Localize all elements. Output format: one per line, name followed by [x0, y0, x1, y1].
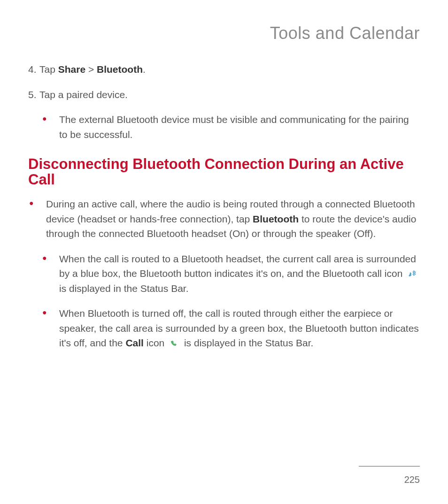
call-label: Call [125, 337, 144, 348]
text: Tap [39, 64, 58, 75]
share-label: Share [58, 64, 85, 75]
step-number: 4. [28, 62, 39, 77]
bluetooth-call-icon [407, 270, 417, 278]
text: is displayed in the Status Bar. [184, 337, 314, 348]
text: When the call is routed to a Bluetooth h… [59, 253, 416, 279]
text: > [85, 64, 97, 75]
section-heading: Disconnecting Bluetooth Connection Durin… [28, 157, 420, 187]
step-5: 5. Tap a paired device. [28, 87, 420, 102]
list-item: ● During an active call, where the audio… [28, 197, 420, 241]
list-item: ● The external Bluetooth device must be … [41, 112, 420, 142]
step-body: Tap Share > Bluetooth. [39, 62, 420, 77]
manual-page: Tools and Calendar 4. Tap Share > Blueto… [0, 0, 448, 504]
list-item: ● When Bluetooth is turned off, the call… [41, 306, 420, 351]
bullet-text: When Bluetooth is turned off, the call i… [59, 306, 420, 351]
page-header: Tools and Calendar [28, 23, 420, 43]
page-content: 4. Tap Share > Bluetooth. 5. Tap a paire… [28, 62, 420, 351]
bullet-icon: ● [41, 112, 59, 142]
note-list: ● The external Bluetooth device must be … [28, 112, 420, 142]
bullet-text: When the call is routed to a Bluetooth h… [59, 252, 420, 296]
page-number: 225 [404, 474, 420, 485]
footer-rule [359, 466, 420, 466]
bluetooth-label: Bluetooth [253, 214, 299, 224]
bluetooth-label: Bluetooth [97, 64, 143, 75]
bullet-icon: ● [41, 252, 59, 296]
step-body: Tap a paired device. [39, 87, 420, 102]
list-item: ● When the call is routed to a Bluetooth… [41, 252, 420, 296]
call-icon [169, 339, 179, 348]
bullet-icon: ● [28, 197, 46, 241]
main-list: ● During an active call, where the audio… [28, 197, 420, 351]
text: is displayed in the Status Bar. [59, 283, 189, 294]
bullet-text: During an active call, where the audio i… [46, 197, 420, 241]
text: . [143, 64, 146, 75]
bullet-text: The external Bluetooth device must be vi… [59, 112, 420, 142]
step-4: 4. Tap Share > Bluetooth. [28, 62, 420, 77]
step-number: 5. [28, 87, 39, 102]
text: icon [144, 337, 167, 348]
bullet-icon: ● [41, 306, 59, 351]
